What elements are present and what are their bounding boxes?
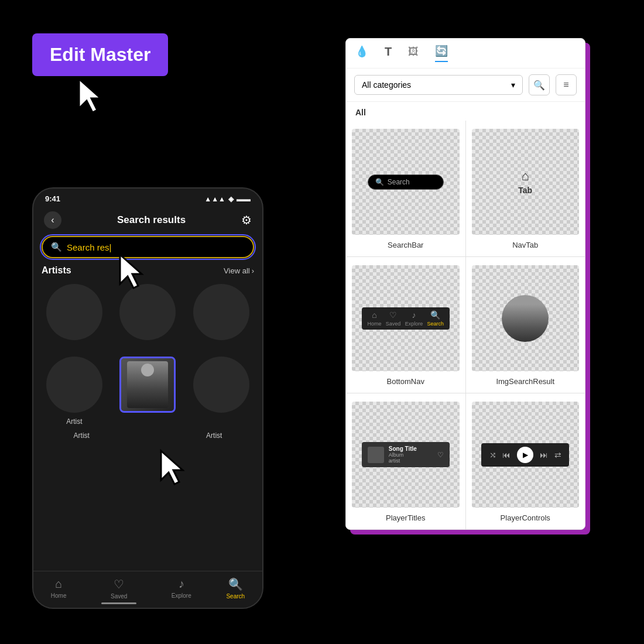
chevron-right-icon: › [252, 266, 254, 275]
component-label: NavTab [512, 241, 538, 249]
nav-label-explore: Explore [172, 592, 191, 599]
artist-avatar [46, 357, 102, 413]
nav-title: Search results [117, 214, 186, 226]
bottomnav-item-home: ⌂ Home [367, 310, 381, 327]
list-item[interactable] [115, 284, 181, 345]
bottom-navigation: ⌂ Home ♡ Saved ♪ Explore 🔍 Search [33, 571, 262, 608]
component-grid: 🔍 Search SearchBar ⌂ Tab NavTab ⌂ [346, 121, 585, 529]
search-preview-text: Search [388, 178, 410, 186]
component-preview: ⌂ Home ♡ Saved ♪ Explore 🔍 Search [352, 265, 460, 371]
nav-item-search[interactable]: 🔍 Search [226, 577, 245, 604]
artist-image [121, 358, 174, 411]
component-label: ImgSearchResult [496, 377, 554, 386]
category-value: All categories [362, 80, 411, 90]
list-item[interactable] [115, 357, 181, 426]
component-label: PlayerControls [501, 513, 550, 522]
artist-label: Artist [206, 431, 222, 440]
category-dropdown[interactable]: All categories ▾ [354, 75, 523, 95]
nav-label-home: Home [51, 592, 67, 599]
component-preview [472, 265, 580, 371]
next-icon-preview: ⏭ [540, 450, 548, 460]
component-bottomnav[interactable]: ⌂ Home ♡ Saved ♪ Explore 🔍 Search [346, 257, 465, 393]
component-playercontrols[interactable]: ⤭ ⏮ ▶ ⏭ ⇄ PlayerControls [466, 393, 585, 529]
search-input[interactable] [67, 242, 245, 252]
bottomnav-preview-widget: ⌂ Home ♡ Saved ♪ Explore 🔍 Search [362, 307, 450, 330]
navtab-preview-widget: ⌂ Tab [518, 169, 532, 195]
status-icons: ▲▲▲ ◈ ▬▬ [204, 195, 251, 203]
components-icon: 🔄 [435, 44, 448, 57]
home-preview-icon: ⌂ [372, 310, 376, 320]
tab-ink[interactable]: 💧 [355, 45, 368, 61]
settings-button[interactable]: ⚙ [241, 213, 252, 227]
component-preview: Song Title Album artist ♡ [352, 402, 460, 508]
list-item[interactable] [42, 284, 107, 345]
tab-components[interactable]: 🔄 [435, 44, 448, 62]
heart-icon: ♡ [114, 577, 124, 591]
song-info-preview: Song Title Album artist [389, 446, 433, 464]
heart-preview-icon: ♡ [389, 310, 397, 320]
home-icon: ⌂ [55, 577, 62, 591]
nav-item-home[interactable]: ⌂ Home [51, 577, 67, 604]
component-searchbar[interactable]: 🔍 Search SearchBar [346, 121, 465, 256]
playertitles-preview-widget: Song Title Album artist ♡ [362, 442, 450, 467]
component-preview: 🔍 Search [352, 129, 460, 235]
component-preview: ⌂ Tab [472, 129, 580, 235]
heart-icon-preview: ♡ [437, 451, 444, 459]
artist-label: Artist [74, 431, 90, 440]
list-item[interactable] [189, 284, 254, 345]
person-image-preview [502, 295, 549, 342]
view-all-link[interactable]: View all › [224, 266, 254, 275]
tab-preview-text: Tab [518, 186, 532, 195]
nav-header: ‹ Search results ⚙ [33, 207, 262, 234]
nav-item-saved[interactable]: ♡ Saved [101, 577, 136, 604]
edit-master-button[interactable]: Edit Master [32, 33, 168, 76]
list-item[interactable] [189, 357, 254, 426]
artist-avatar [193, 357, 249, 413]
tab-image[interactable]: 🖼 [408, 46, 419, 61]
battery-icon: ▬▬ [237, 195, 251, 203]
component-label: BottomNav [387, 377, 424, 386]
nav-label-search: Search [226, 593, 245, 600]
artist-avatar-highlighted [119, 357, 176, 413]
tab-text[interactable]: T [385, 45, 392, 62]
bottomnav-item-saved: ♡ Saved [386, 310, 401, 327]
component-preview: ⤭ ⏮ ▶ ⏭ ⇄ [472, 402, 580, 508]
ink-icon: 💧 [355, 45, 368, 58]
component-label: SearchBar [388, 241, 423, 249]
phone-search-bar[interactable]: 🔍 [42, 236, 254, 258]
artists-section: Artists View all › [33, 265, 262, 440]
imgsearch-preview-widget [502, 295, 549, 342]
component-navtab[interactable]: ⌂ Tab NavTab [466, 121, 585, 256]
phone-frame: 9:41 ▲▲▲ ◈ ▬▬ ‹ Search results ⚙ 🔍 Artis… [32, 187, 263, 609]
all-section-label: All [346, 102, 585, 121]
song-title-preview: Song Title [389, 446, 433, 452]
bottomnav-item-search: 🔍 Search [427, 310, 444, 327]
prev-icon-preview: ⏮ [502, 450, 511, 460]
cursor-arrow-1 [76, 76, 111, 117]
searchbar-preview-widget: 🔍 Search [368, 174, 444, 190]
search-icon: 🔍 [533, 80, 545, 91]
list-item[interactable]: Artist [42, 357, 107, 426]
search-nav-icon: 🔍 [228, 577, 243, 591]
search-preview-icon: 🔍 [430, 310, 440, 320]
artist-preview: artist [389, 458, 433, 464]
wifi-icon: ◈ [228, 195, 234, 203]
search-filter-button[interactable]: 🔍 [529, 74, 550, 95]
component-label: PlayerTitles [386, 513, 425, 522]
album-art-preview [368, 447, 384, 463]
signal-icon: ▲▲▲ [204, 195, 225, 203]
component-imgsearchresult[interactable]: ImgSearchResult [466, 257, 585, 393]
image-icon: 🖼 [408, 46, 419, 58]
artist-figure [127, 361, 168, 408]
component-playertitles[interactable]: Song Title Album artist ♡ PlayerTitles [346, 393, 465, 529]
music-preview-icon: ♪ [412, 310, 416, 320]
menu-filter-button[interactable]: ≡ [556, 74, 577, 95]
text-icon: T [385, 45, 392, 59]
chevron-down-icon: ▾ [511, 80, 515, 90]
back-button[interactable]: ‹ [44, 211, 61, 229]
status-time: 9:41 [45, 194, 60, 203]
nav-item-explore[interactable]: ♪ Explore [172, 577, 191, 604]
artists-title: Artists [42, 265, 71, 276]
menu-icon: ≡ [563, 80, 568, 90]
status-bar: 9:41 ▲▲▲ ◈ ▬▬ [33, 189, 262, 207]
